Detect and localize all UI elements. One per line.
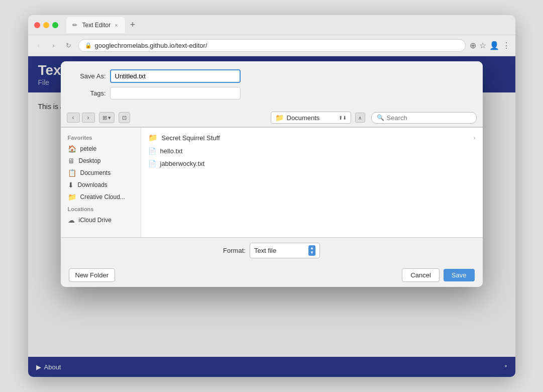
- location-dropdown[interactable]: 📁 Documents ⬆⬇: [271, 112, 351, 124]
- browser-actions: ⊕ ☆ 👤 ⋮: [470, 41, 510, 50]
- dropdown-arrows-icon: ⬆⬇: [339, 115, 347, 121]
- url-text: googlechromelabs.github.io/text-editor/: [95, 42, 207, 49]
- sidebar-creative-cloud-label: Creative Cloud...: [80, 193, 125, 201]
- file-item-hello-txt[interactable]: 📄 hello.txt: [144, 145, 480, 157]
- browser-window: ✏ Text Editor × + ‹ › ↻ 🔒 googlechromela…: [28, 15, 515, 377]
- cancel-button[interactable]: Cancel: [402, 268, 439, 282]
- new-folder-button[interactable]: New Folder: [69, 268, 115, 282]
- format-value: Text file: [254, 247, 276, 254]
- home-icon: 🏠: [68, 145, 76, 153]
- toolbar-view-button[interactable]: ⊞ ▾: [99, 112, 115, 123]
- format-select[interactable]: Text file ▲ ▼: [250, 243, 320, 258]
- location-folder-icon: 📁: [275, 114, 284, 122]
- toolbar-new-folder-button[interactable]: ⊡: [119, 112, 130, 123]
- close-window-button[interactable]: [34, 22, 40, 28]
- sidebar-item-desktop[interactable]: 🖥 Desktop: [61, 155, 141, 167]
- sidebar-icloud-label: iCloud Drive: [79, 217, 112, 224]
- search-icon: 🔍: [377, 114, 384, 121]
- bookmark-button[interactable]: ☆: [479, 41, 486, 50]
- sidebar-item-creative-cloud[interactable]: 📁 Creative Cloud...: [61, 191, 141, 203]
- tags-label: Tags:: [71, 89, 106, 97]
- tags-row: Tags:: [71, 87, 473, 100]
- creative-cloud-icon: 📁: [68, 193, 76, 201]
- doc-icon-hello: 📄: [148, 147, 156, 155]
- sidebar-downloads-label: Downloads: [78, 181, 107, 188]
- chevron-right-icon: ›: [474, 135, 476, 141]
- sidebar-item-documents[interactable]: 📋 Documents: [61, 167, 141, 179]
- tab-bar: ✏ Text Editor × +: [66, 17, 509, 33]
- sidebar-item-icloud[interactable]: ☁ iCloud Drive: [61, 214, 141, 226]
- search-input[interactable]: [387, 114, 471, 122]
- new-tab-button[interactable]: +: [127, 20, 139, 30]
- doc-icon-jabberwocky: 📄: [148, 160, 156, 167]
- toolbar-forward-button[interactable]: ›: [82, 113, 95, 123]
- sidebar-item-downloads[interactable]: ⬇ Downloads: [61, 179, 141, 191]
- documents-icon: 📋: [68, 169, 76, 177]
- dialog-overlay: Save As: Tags: ‹ ›: [28, 56, 515, 377]
- locations-label: Locations: [61, 203, 141, 214]
- sidebar-documents-label: Documents: [80, 169, 111, 176]
- dialog-body: Favorites 🏠 petele 🖥 Desktop 📋 Documents: [61, 127, 483, 238]
- save-button[interactable]: Save: [444, 269, 475, 281]
- sidebar-petele-label: petele: [80, 145, 97, 152]
- tab-favicon: ✏: [72, 22, 79, 29]
- tab-close-button[interactable]: ×: [114, 22, 119, 28]
- address-bar: ‹ › ↻ 🔒 googlechromelabs.github.io/text-…: [28, 35, 515, 56]
- url-bar[interactable]: 🔒 googlechromelabs.github.io/text-editor…: [78, 39, 466, 52]
- maximize-window-button[interactable]: [52, 22, 58, 28]
- desktop-icon: 🖥: [68, 157, 75, 165]
- minimize-window-button[interactable]: [43, 22, 49, 28]
- page-content: Text File This is a n ▶ About * Save As:: [28, 56, 515, 377]
- save-as-label: Save As:: [71, 72, 106, 80]
- dialog-actions: New Folder Cancel Save: [61, 263, 483, 287]
- file-name-secret-squirrel: Secret Squirrel Stuff: [162, 134, 220, 142]
- stepper-arrows-icon[interactable]: ▲ ▼: [308, 245, 315, 256]
- save-as-input[interactable]: [110, 69, 241, 83]
- view-arrow-icon: ▾: [108, 115, 111, 121]
- sidebar-item-petele[interactable]: 🏠 petele: [61, 143, 141, 155]
- profile-button[interactable]: 👤: [489, 41, 499, 50]
- dialog-format-row: Format: Text file ▲ ▼: [61, 238, 483, 263]
- downloads-icon: ⬇: [68, 181, 74, 189]
- location-label: Documents: [287, 114, 320, 122]
- save-as-row: Save As:: [71, 69, 473, 83]
- favorites-label: Favorites: [61, 132, 141, 143]
- file-item-secret-squirrel[interactable]: 📁 Secret Squirrel Stuff ›: [144, 131, 480, 145]
- browser-tab[interactable]: ✏ Text Editor ×: [66, 17, 125, 33]
- back-button[interactable]: ‹: [33, 40, 44, 51]
- tab-title: Text Editor: [82, 22, 111, 29]
- file-name-hello-txt: hello.txt: [160, 147, 183, 155]
- sidebar-desktop-label: Desktop: [79, 157, 101, 164]
- sidebar: Favorites 🏠 petele 🖥 Desktop 📋 Documents: [61, 128, 141, 237]
- forward-button[interactable]: ›: [48, 40, 59, 51]
- accounts-button[interactable]: ⊕: [470, 41, 476, 50]
- file-list: 📁 Secret Squirrel Stuff › 📄 hello.txt 📄 …: [141, 128, 483, 237]
- expand-button[interactable]: ∧: [355, 113, 365, 123]
- lock-icon: 🔒: [85, 42, 92, 49]
- file-item-jabberwocky-txt[interactable]: 📄 jabberwocky.txt: [144, 157, 480, 170]
- format-label: Format:: [223, 247, 246, 254]
- title-bar: ✏ Text Editor × +: [28, 15, 515, 35]
- file-name-jabberwocky-txt: jabberwocky.txt: [160, 160, 205, 167]
- toolbar-back-button[interactable]: ‹: [67, 113, 80, 123]
- dialog-toolbar: ‹ › ⊞ ▾ ⊡ 📁 Documents: [61, 109, 483, 127]
- refresh-button[interactable]: ↻: [63, 40, 74, 51]
- folder-icon: 📁: [148, 133, 158, 142]
- search-box: 🔍: [371, 112, 477, 124]
- menu-button[interactable]: ⋮: [502, 41, 510, 50]
- save-dialog: Save As: Tags: ‹ ›: [61, 61, 483, 287]
- dialog-header: Save As: Tags:: [61, 61, 483, 109]
- view-icon: ⊞: [102, 115, 107, 121]
- tags-input[interactable]: [110, 87, 241, 100]
- format-section: Format: Text file ▲ ▼: [69, 243, 475, 258]
- icloud-icon: ☁: [68, 216, 75, 224]
- traffic-lights: [34, 22, 58, 28]
- new-folder-icon: ⊡: [122, 115, 127, 121]
